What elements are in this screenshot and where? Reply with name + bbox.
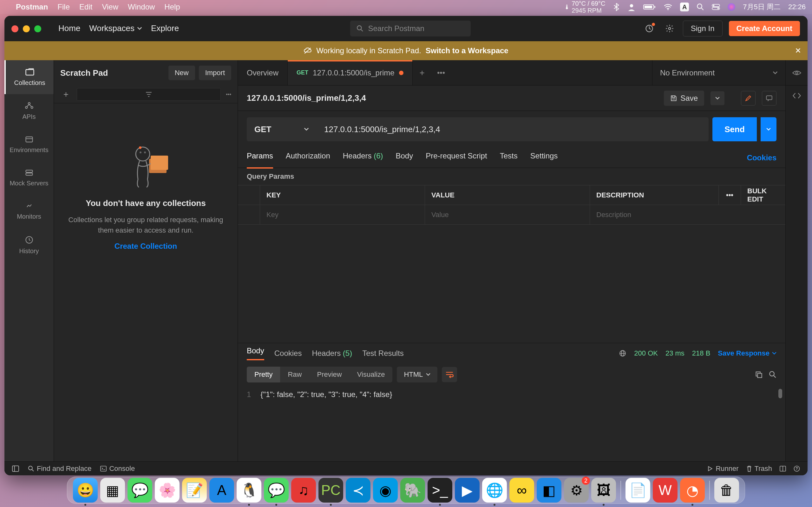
method-select[interactable]: GET <box>247 117 316 141</box>
help-button[interactable]: ? <box>794 465 800 472</box>
response-tab-tests[interactable]: Test Results <box>362 349 404 358</box>
menu-window[interactable]: Window <box>128 3 155 11</box>
spotlight-icon[interactable] <box>697 3 704 11</box>
copy-response-button[interactable] <box>755 371 763 378</box>
trash-button[interactable]: Trash <box>746 464 772 473</box>
dock-preview[interactable]: 🖼 <box>591 478 616 503</box>
nav-home[interactable]: Home <box>58 23 80 33</box>
param-value-input[interactable]: Value <box>425 205 590 224</box>
sidebar-history[interactable]: History <box>4 228 54 262</box>
dock-wps[interactable]: W <box>653 478 677 503</box>
mode-raw[interactable]: Raw <box>280 367 309 383</box>
wifi-icon[interactable] <box>664 3 672 10</box>
url-input[interactable]: 127.0.0.1:5000/is_prime/1,2,3,4 <box>316 117 709 141</box>
dock-vscode[interactable]: ≺ <box>346 478 370 503</box>
add-button[interactable]: + <box>60 89 72 100</box>
sidebar-collections[interactable]: Collections <box>4 60 54 94</box>
close-window-button[interactable] <box>11 25 18 32</box>
mode-pretty[interactable]: Pretty <box>247 367 280 383</box>
dock-tencent-meeting[interactable]: ◉ <box>373 478 398 503</box>
two-pane-button[interactable] <box>780 466 786 471</box>
dock-textedit[interactable]: 📄 <box>625 478 650 503</box>
sync-button[interactable] <box>642 21 656 36</box>
dock-qq[interactable]: 🐧 <box>237 478 261 503</box>
runner-button[interactable]: Runner <box>707 464 739 473</box>
dock-messages[interactable]: 💬 <box>128 478 152 503</box>
wrap-toggle-button[interactable] <box>442 367 457 382</box>
code-snippet-button[interactable] <box>792 92 802 100</box>
param-row-checkbox[interactable] <box>238 205 260 224</box>
send-dropdown-button[interactable] <box>761 117 776 141</box>
tab-tests[interactable]: Tests <box>500 152 518 164</box>
sidebar-apis[interactable]: APIs <box>4 94 54 128</box>
create-account-button[interactable]: Create Account <box>729 21 800 36</box>
save-button[interactable]: Save <box>664 91 704 106</box>
dock-trash[interactable]: 🗑 <box>714 478 739 503</box>
add-tab-button[interactable]: + <box>413 60 432 85</box>
environment-preview-button[interactable] <box>785 60 808 85</box>
response-tab-cookies[interactable]: Cookies <box>274 349 302 358</box>
app-name[interactable]: Postman <box>16 3 48 11</box>
signin-button[interactable]: Sign In <box>683 20 722 37</box>
tab-overview[interactable]: Overview <box>238 60 288 85</box>
dock-chrome[interactable]: 🌐 <box>482 478 507 503</box>
dock-evernote[interactable]: 🐘 <box>400 478 425 503</box>
dock-app-blue[interactable]: ◧ <box>537 478 561 503</box>
dock-settings[interactable]: ⚙2 <box>564 478 589 503</box>
dock-terminal[interactable]: >_ <box>427 478 452 503</box>
search-input[interactable]: Search Postman <box>350 20 471 37</box>
mode-preview[interactable]: Preview <box>309 367 349 383</box>
comment-button[interactable] <box>762 91 776 106</box>
mode-visualize[interactable]: Visualize <box>350 367 393 383</box>
tab-settings[interactable]: Settings <box>530 152 558 164</box>
minimize-window-button[interactable] <box>23 25 30 32</box>
time[interactable]: 22:26 <box>788 3 806 11</box>
dock-photos[interactable]: 🌸 <box>155 478 180 503</box>
tab-request[interactable]: GET 127.0.0.1:5000/is_prime <box>288 60 413 85</box>
format-select[interactable]: HTML <box>397 367 438 383</box>
dock-notes[interactable]: 📝 <box>182 478 207 503</box>
temperature-widget[interactable]: 🌡 70°C / 69°C 2945 RPM <box>564 0 605 14</box>
tab-params[interactable]: Params <box>247 152 273 164</box>
control-center-icon[interactable] <box>712 4 720 10</box>
menu-file[interactable]: File <box>57 3 70 11</box>
tab-prerequest[interactable]: Pre-request Script <box>426 152 487 164</box>
param-desc-input[interactable]: Description <box>590 205 785 224</box>
save-dropdown-button[interactable] <box>711 91 724 105</box>
edit-button[interactable] <box>741 91 756 106</box>
environment-select[interactable]: No Environment <box>652 60 785 85</box>
bluetooth-icon[interactable] <box>613 3 620 11</box>
user-icon[interactable] <box>627 3 636 11</box>
tab-headers[interactable]: Headers (6) <box>343 152 383 164</box>
send-button[interactable]: Send <box>712 117 757 141</box>
sidebar-more-button[interactable]: ••• <box>226 92 231 97</box>
close-banner-button[interactable]: ✕ <box>795 46 801 55</box>
tab-body[interactable]: Body <box>396 152 413 164</box>
params-options-button[interactable]: ••• <box>719 185 741 205</box>
response-body[interactable]: 1 {"1": false, "2": true, "3": true, "4"… <box>238 386 785 461</box>
battery-icon[interactable] <box>643 4 656 10</box>
dock-wechat[interactable]: 💬 <box>264 478 289 503</box>
input-source[interactable]: A <box>680 3 689 11</box>
siri-icon[interactable] <box>728 3 735 11</box>
save-response-button[interactable]: Save Response <box>718 349 776 357</box>
param-key-input[interactable]: Key <box>260 205 425 224</box>
dock-app-yellow[interactable]: ∞ <box>509 478 534 503</box>
dock-launchpad[interactable]: ▦ <box>100 478 125 503</box>
tab-more-button[interactable]: ••• <box>432 60 451 85</box>
settings-button[interactable] <box>663 21 676 36</box>
create-collection-link[interactable]: Create Collection <box>114 242 177 250</box>
menu-edit[interactable]: Edit <box>79 3 92 11</box>
find-replace-button[interactable]: Find and Replace <box>28 464 91 473</box>
dock-media-player[interactable]: ▶ <box>455 478 479 503</box>
import-button[interactable]: Import <box>199 66 231 80</box>
tab-authorization[interactable]: Authorization <box>286 152 330 164</box>
dock-pycharm[interactable]: PC <box>318 478 343 503</box>
console-button[interactable]: Console <box>100 464 135 473</box>
vertical-scrollbar[interactable] <box>778 389 782 398</box>
cookies-link[interactable]: Cookies <box>747 153 776 162</box>
maximize-window-button[interactable] <box>34 25 41 32</box>
nav-explore[interactable]: Explore <box>151 23 179 33</box>
search-response-button[interactable] <box>769 371 776 378</box>
dock-netease[interactable]: ♫ <box>291 478 316 503</box>
